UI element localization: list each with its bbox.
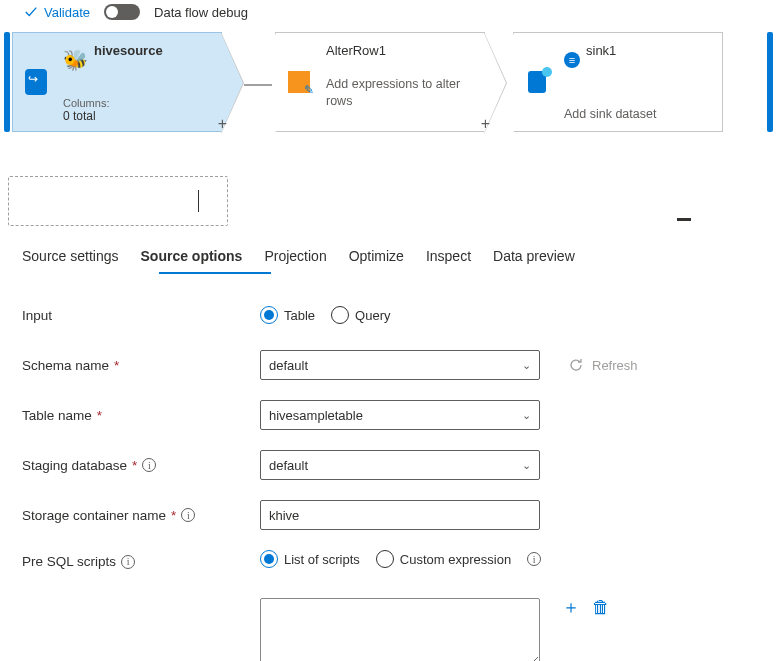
validate-button[interactable]: Validate — [24, 5, 90, 20]
node-hivesource[interactable]: 🐝 hivesource Columns: 0 total + — [12, 32, 222, 132]
input-radio-table[interactable]: Table — [260, 306, 315, 324]
refresh-icon — [568, 357, 584, 373]
schema-select[interactable]: default ⌄ — [260, 350, 540, 380]
dataflow-canvas[interactable]: 🐝 hivesource Columns: 0 total + AlterRow… — [0, 28, 777, 138]
connector — [244, 84, 272, 86]
info-icon[interactable]: i — [121, 555, 135, 569]
required-mark: * — [171, 508, 176, 523]
presql-radio-list-label: List of scripts — [284, 552, 360, 567]
tabs: Source settings Source options Projectio… — [0, 226, 777, 274]
container-input[interactable]: khive — [260, 500, 540, 530]
columns-count: 0 total — [63, 109, 211, 123]
node-sink1[interactable]: ≡ sink1 Add sink dataset — [513, 32, 723, 132]
node-alterrow1[interactable]: AlterRow1 Add expressions to alter rows … — [275, 32, 485, 132]
text-cursor — [198, 190, 199, 212]
staging-value: default — [269, 458, 308, 473]
tab-underline — [159, 272, 271, 274]
source-icon — [25, 69, 47, 95]
tab-source-options[interactable]: Source options — [141, 242, 243, 274]
node-title: sink1 — [586, 43, 616, 58]
node-subtitle: Add sink dataset — [564, 106, 712, 123]
sink-icon — [528, 71, 546, 93]
staging-select[interactable]: default ⌄ — [260, 450, 540, 480]
node-subtitle: Add expressions to alter rows — [326, 76, 474, 110]
chevron-down-icon: ⌄ — [522, 409, 531, 422]
chevron-down-icon: ⌄ — [522, 459, 531, 472]
staging-label: Staging database — [22, 458, 127, 473]
check-icon — [24, 5, 38, 19]
refresh-label: Refresh — [592, 358, 638, 373]
alterrow-icon — [288, 71, 310, 93]
input-radio-query[interactable]: Query — [331, 306, 390, 324]
container-value: khive — [269, 508, 299, 523]
debug-label: Data flow debug — [154, 5, 248, 20]
tab-projection[interactable]: Projection — [264, 242, 326, 274]
table-label: Table name — [22, 408, 92, 423]
info-icon[interactable]: i — [142, 458, 156, 472]
debug-toggle[interactable] — [104, 4, 140, 20]
info-icon[interactable]: i — [181, 508, 195, 522]
columns-label: Columns: — [63, 97, 211, 109]
table-select[interactable]: hivesampletable ⌄ — [260, 400, 540, 430]
tab-inspect[interactable]: Inspect — [426, 242, 471, 274]
presql-radio-list[interactable]: List of scripts — [260, 550, 360, 568]
add-step-button[interactable]: + — [218, 115, 227, 133]
tab-optimize[interactable]: Optimize — [349, 242, 404, 274]
chevron-down-icon: ⌄ — [522, 359, 531, 372]
add-step-button[interactable]: + — [481, 115, 490, 133]
required-mark: * — [114, 358, 119, 373]
presql-label: Pre SQL scripts — [22, 554, 116, 569]
input-radio-query-label: Query — [355, 308, 390, 323]
required-mark: * — [132, 458, 137, 473]
hive-icon: 🐝 — [63, 48, 88, 72]
input-label: Input — [22, 308, 52, 323]
schema-label: Schema name — [22, 358, 109, 373]
schema-value: default — [269, 358, 308, 373]
table-value: hivesampletable — [269, 408, 363, 423]
input-radio-table-label: Table — [284, 308, 315, 323]
tab-data-preview[interactable]: Data preview — [493, 242, 575, 274]
refresh-button[interactable]: Refresh — [568, 357, 638, 373]
required-mark: * — [97, 408, 102, 423]
info-icon[interactable]: i — [527, 552, 541, 566]
container-label: Storage container name — [22, 508, 166, 523]
presql-textarea[interactable] — [260, 598, 540, 661]
tab-source-settings[interactable]: Source settings — [22, 242, 119, 274]
add-script-button[interactable]: ＋ — [562, 598, 580, 616]
node-title: AlterRow1 — [326, 43, 474, 58]
delete-script-button[interactable]: 🗑 — [592, 598, 610, 616]
presql-radio-custom[interactable]: Custom expression — [376, 550, 511, 568]
sink-badge-icon: ≡ — [564, 52, 580, 68]
tab-marker — [677, 218, 691, 221]
canvas-end-rail — [767, 32, 773, 132]
add-source-placeholder[interactable] — [8, 176, 228, 226]
canvas-start-rail — [4, 32, 10, 132]
validate-label: Validate — [44, 5, 90, 20]
node-title: hivesource — [94, 43, 163, 58]
presql-radio-custom-label: Custom expression — [400, 552, 511, 567]
